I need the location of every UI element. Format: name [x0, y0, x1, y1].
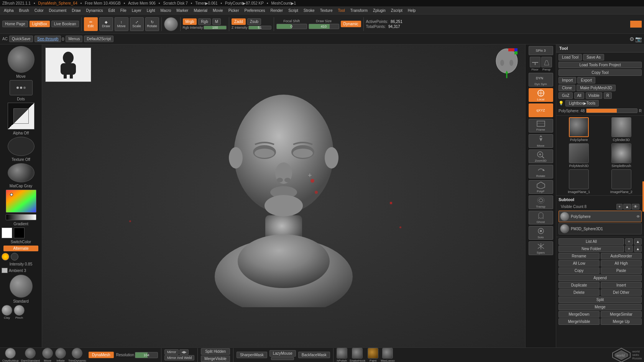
split-hidden-btn[interactable]: Split Hidden	[201, 348, 230, 355]
snakehook-btn[interactable]: SnakeHook	[350, 348, 365, 362]
brush-dots-preview[interactable]	[10, 80, 33, 95]
clay-brush[interactable]: Clay	[2, 305, 12, 319]
menu-document[interactable]: Document	[47, 8, 69, 13]
copy-btn[interactable]: Copy	[559, 267, 600, 274]
texture-preview[interactable]	[8, 137, 34, 156]
move-brush-btn[interactable]: Move	[42, 348, 53, 362]
lightbox-btn[interactable]: LightBox	[30, 21, 50, 27]
camera-icon[interactable]: 📷	[635, 36, 642, 42]
merge-visible-bottom-btn[interactable]: MergeVisible	[201, 355, 230, 362]
subtool-cylinder3d-item[interactable]: Cylinder3D	[601, 117, 642, 142]
mirror-btn[interactable]: Mirror	[164, 349, 179, 355]
lazymouse-bar[interactable]	[271, 357, 294, 360]
spars-btn[interactable]: Spars	[529, 241, 553, 255]
m-btn[interactable]: M	[212, 18, 221, 25]
append-btn[interactable]: Append	[559, 275, 642, 281]
rename-btn[interactable]: Rename	[559, 253, 600, 259]
rgb-intensity-bar[interactable]: 100	[204, 26, 227, 29]
goz-visible-btn[interactable]: Visible	[586, 92, 602, 99]
merge-down-btn[interactable]: MergeDown	[559, 311, 600, 318]
subtool-polymesh3d-item[interactable]: PolyMesh3D	[559, 143, 600, 168]
import-btn[interactable]: Import	[559, 77, 576, 84]
sharpenmask-btn[interactable]: SharpenMask	[237, 352, 267, 358]
persp-btn[interactable]: Persp	[541, 57, 552, 71]
xyz-btn[interactable]: qXYZ	[529, 103, 553, 117]
menu-macro[interactable]: Macro	[158, 8, 174, 13]
goz-r-btn[interactable]: R	[604, 92, 612, 99]
delete-btn[interactable]: Delete	[559, 289, 600, 296]
ghost-btn[interactable]: Ghost	[529, 211, 553, 224]
menu-file[interactable]: File	[118, 8, 129, 13]
merge-similar-btn[interactable]: MergeSimilar	[601, 311, 642, 318]
draw-size-bar[interactable]: 410	[309, 24, 339, 29]
maslasso-btn[interactable]: MasLasso	[381, 348, 394, 362]
menu-render[interactable]: Render	[268, 8, 285, 13]
menu-marker[interactable]: Marker	[174, 8, 191, 13]
merge-visible-btn[interactable]: MergeVisible	[559, 318, 600, 325]
damstandard-btn[interactable]: DamStandard	[21, 348, 40, 362]
new-folder-btn[interactable]: New Folder	[559, 246, 624, 252]
spix-btn[interactable]: SPix 3	[529, 46, 553, 55]
see-through-btn[interactable]: See-through	[34, 36, 61, 42]
menu-transform[interactable]: Transform	[348, 8, 370, 13]
subtool-polysphere-item[interactable]: PolySphere	[559, 117, 600, 142]
export-btn[interactable]: Export	[577, 77, 595, 84]
menu-picker[interactable]: Picker	[226, 8, 242, 13]
list-all-btn[interactable]: List All	[559, 238, 624, 245]
mrgb-btn[interactable]: Mrgb	[183, 18, 197, 25]
subtool-list-polysphere[interactable]: PolySphere 👁	[559, 211, 642, 222]
gear-icon[interactable]: ⚙	[629, 36, 634, 42]
brush-sphere-icon[interactable]	[164, 17, 178, 31]
lazymouse-btn[interactable]: LazyMouse	[269, 350, 296, 357]
inflate-btn[interactable]: Inflate	[55, 348, 66, 362]
menu-color[interactable]: Color	[32, 8, 46, 13]
clone-btn[interactable]: Clone	[559, 85, 575, 91]
sun-icon[interactable]	[2, 253, 9, 260]
paste-btn[interactable]: Paste	[601, 267, 642, 274]
subtool-simplebrush-item[interactable]: SimpleBrush	[601, 143, 642, 168]
dynamesh-btn[interactable]: DynaMesh	[89, 352, 114, 358]
hpolish-btn[interactable]: hPolish	[337, 348, 347, 362]
insert-btn[interactable]: Insert	[601, 282, 642, 288]
list-all-plus[interactable]: +	[625, 238, 633, 245]
sun-off-icon[interactable]	[11, 253, 18, 260]
menu-stroke[interactable]: Stroke	[301, 8, 317, 13]
move-btn[interactable]: ↕ Move	[115, 17, 128, 31]
split-btn[interactable]: Split	[559, 296, 642, 303]
ambient-color[interactable]	[2, 268, 8, 273]
copy-tool-btn[interactable]: Copy Tool	[559, 69, 642, 76]
menu-draw[interactable]: Draw	[69, 8, 83, 13]
viewport-thumbnail[interactable]	[45, 48, 91, 82]
menu-dynamics[interactable]: Dynamics	[84, 8, 105, 13]
subtool-eye-btn[interactable]: 👁	[632, 204, 639, 210]
load-tool-btn[interactable]: Load Tool	[559, 54, 582, 61]
menu-texture[interactable]: Texture	[318, 8, 335, 13]
subtool-list-pm3d[interactable]: PM3D_Sphere3D1	[559, 223, 642, 234]
new-folder-arrow[interactable]: ▲	[634, 246, 642, 252]
menus-btn[interactable]: Menus	[66, 36, 82, 42]
resolution-bar[interactable]: 104	[135, 352, 158, 358]
dynamic-btn[interactable]: Dynamic	[341, 21, 361, 27]
edit-btn[interactable]: ✏ Edit	[84, 17, 98, 31]
merge-btn[interactable]: Merge	[559, 304, 642, 310]
subtool-add-btn[interactable]: +	[616, 204, 623, 210]
menu-layer[interactable]: Layer	[130, 8, 144, 13]
menu-preferences[interactable]: Preferences	[242, 8, 267, 13]
gradient-bar[interactable]	[6, 214, 36, 220]
menu-brush[interactable]: Brush	[17, 8, 31, 13]
goz-all-btn[interactable]: All	[574, 92, 584, 99]
transp-btn[interactable]: Transp	[529, 195, 553, 209]
focal-shift-bar[interactable]: 0	[276, 24, 307, 29]
new-folder-plus[interactable]: +	[625, 246, 633, 252]
menu-help[interactable]: Help	[406, 8, 418, 13]
subtool-imageplane1-item[interactable]: ImagePlane_1	[559, 169, 600, 194]
live-boolean-btn[interactable]: Live Boolean	[51, 21, 79, 27]
standard-sphere[interactable]	[10, 275, 33, 298]
z-intensity-bar[interactable]: 51	[248, 26, 271, 29]
trimdynamic-btn[interactable]: TrimDynamic	[68, 348, 86, 362]
mirror-weld-btn[interactable]: Mirror And Weld	[164, 355, 194, 360]
paint-btn[interactable]: Paint	[368, 348, 378, 362]
auto-reorder-btn[interactable]: AutoReorder	[601, 253, 642, 259]
local-btn[interactable]: Local	[529, 88, 553, 102]
del-other-btn[interactable]: Del Other	[601, 289, 642, 296]
